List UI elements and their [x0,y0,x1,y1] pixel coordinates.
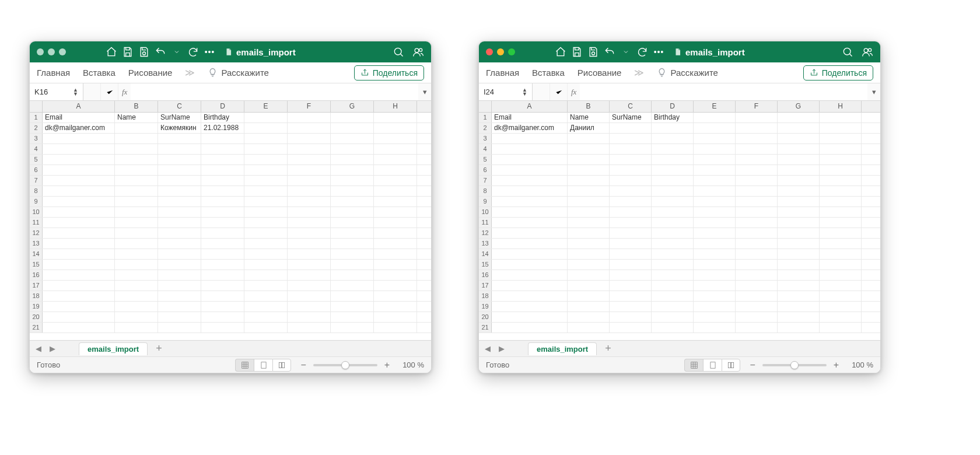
column-header[interactable]: B [568,101,610,112]
cell[interactable] [43,270,115,280]
cell[interactable] [652,239,694,249]
cell[interactable] [158,155,201,164]
cell[interactable] [778,165,820,175]
cell[interactable] [568,291,610,301]
cell[interactable] [568,144,610,154]
cell[interactable] [43,312,115,322]
column-header[interactable]: A [43,101,115,112]
cell[interactable] [201,270,244,280]
cell[interactable] [201,249,244,259]
cell[interactable] [492,207,568,217]
cell[interactable] [610,228,652,238]
cell[interactable] [288,323,331,332]
tell-me[interactable]: Расскажите [657,68,718,78]
cell[interactable] [331,144,374,154]
cell[interactable] [331,113,374,123]
cell[interactable] [652,218,694,228]
cell[interactable] [610,239,652,249]
cell[interactable] [820,312,862,322]
cell[interactable] [568,270,610,280]
column-header[interactable]: F [736,101,778,112]
cell[interactable] [331,312,374,322]
cell[interactable] [331,228,374,238]
cell[interactable] [778,249,820,259]
cell[interactable] [43,186,115,196]
cell[interactable] [736,218,778,228]
cell[interactable] [115,239,158,249]
sheet-tab[interactable]: emails_import [79,342,148,355]
cell[interactable] [43,176,115,186]
cell[interactable]: Кожемякин [158,123,201,133]
cell[interactable] [331,218,374,228]
zoom-out-button[interactable]: − [298,360,308,370]
row-header[interactable]: 11 [479,218,492,228]
cell[interactable] [778,113,820,123]
cell[interactable] [201,155,244,164]
cell[interactable] [694,165,736,175]
column-header[interactable]: E [694,101,736,112]
cell[interactable] [374,144,417,154]
stepper-icon[interactable]: ▲▼ [522,88,527,96]
cell[interactable] [244,197,288,206]
cell[interactable] [492,186,568,196]
cell[interactable] [736,312,778,322]
cell[interactable] [201,165,244,175]
cell[interactable] [820,281,862,290]
row-header[interactable]: 8 [479,186,492,196]
cell[interactable] [374,239,417,249]
row-header[interactable]: 5 [30,155,43,164]
cell[interactable] [43,144,115,154]
cell[interactable] [288,165,331,175]
cell[interactable] [568,176,610,186]
cell[interactable] [820,260,862,270]
window-controls[interactable] [37,48,66,55]
cell[interactable] [694,281,736,290]
cell[interactable] [652,302,694,312]
row-header[interactable]: 20 [30,312,43,322]
cell[interactable] [492,249,568,259]
cell[interactable] [610,291,652,301]
zoom-level[interactable]: 100 % [402,360,424,369]
cell[interactable] [778,239,820,249]
cell[interactable] [652,155,694,164]
cell[interactable] [736,197,778,206]
ribbon-tab[interactable]: Рисование [578,68,622,78]
window-controls[interactable] [486,48,515,55]
cell[interactable] [288,113,331,123]
cell[interactable] [652,207,694,217]
cell[interactable] [778,260,820,270]
cell[interactable] [820,302,862,312]
cell[interactable] [820,123,862,133]
cell[interactable] [158,144,201,154]
cell[interactable] [820,270,862,280]
cell[interactable] [820,165,862,175]
row-header[interactable]: 3 [30,134,43,144]
formula-input[interactable] [131,83,418,100]
row-header[interactable]: 1 [30,113,43,123]
redo-icon[interactable] [636,46,648,58]
sheet-prev-icon[interactable]: ◀ [482,344,493,353]
view-break-icon[interactable] [722,359,740,372]
cell[interactable] [610,218,652,228]
cell[interactable] [158,134,201,144]
cell[interactable] [820,113,862,123]
cell[interactable]: dk@mailganer.com [43,123,115,133]
sheet-next-icon[interactable]: ▶ [496,344,507,353]
cell[interactable] [568,260,610,270]
cell[interactable] [331,155,374,164]
cell[interactable] [43,165,115,175]
cell[interactable] [492,165,568,175]
zoom-in-button[interactable]: + [382,360,392,370]
row-header[interactable]: 3 [479,134,492,144]
cell[interactable] [331,323,374,332]
cell[interactable] [568,312,610,322]
cell[interactable] [778,323,820,332]
cell[interactable] [778,302,820,312]
share-button[interactable]: Поделиться [803,65,873,80]
cell[interactable] [736,228,778,238]
cell[interactable] [652,134,694,144]
ribbon-tab[interactable]: Вставка [83,68,116,78]
cell[interactable] [201,228,244,238]
cell[interactable] [568,228,610,238]
cell[interactable] [115,123,158,133]
